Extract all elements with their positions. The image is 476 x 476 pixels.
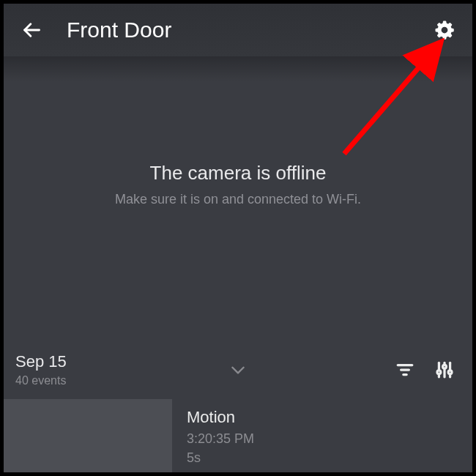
svg-point-7	[437, 371, 441, 374]
header-shadow	[4, 56, 472, 81]
svg-point-8	[443, 365, 447, 368]
event-duration: 5s	[187, 449, 254, 466]
arrow-left-icon	[21, 20, 42, 40]
svg-point-9	[448, 371, 452, 374]
expand-events-button[interactable]	[227, 359, 249, 381]
back-button[interactable]	[17, 15, 46, 45]
offline-subtitle: Make sure it is on and connected to Wi-F…	[4, 192, 472, 207]
filter-icon	[395, 360, 414, 379]
events-count: 40 events	[15, 373, 67, 387]
offline-message: The camera is offline Make sure it is on…	[4, 162, 472, 207]
event-title: Motion	[187, 406, 254, 428]
event-list-item[interactable]: Motion 3:20:35 PM 5s	[4, 399, 472, 472]
settings-button[interactable]	[430, 15, 459, 45]
filter-button[interactable]	[390, 355, 420, 384]
adjust-button[interactable]	[430, 355, 459, 384]
date-picker[interactable]: Sep 15 40 events	[15, 352, 67, 387]
events-header-bar: Sep 15 40 events	[4, 348, 472, 392]
header-bar: Front Door	[4, 4, 472, 56]
event-time: 3:20:35 PM	[187, 430, 254, 447]
chevron-down-icon	[228, 360, 248, 379]
offline-title: The camera is offline	[4, 162, 472, 185]
date-label: Sep 15	[15, 352, 67, 371]
page-title: Front Door	[67, 18, 430, 42]
event-thumbnail	[4, 399, 172, 472]
sliders-icon	[435, 360, 454, 379]
event-info: Motion 3:20:35 PM 5s	[172, 399, 254, 466]
app-frame: Front Door The camera is offline Make su…	[4, 4, 472, 472]
gear-icon	[434, 19, 455, 41]
